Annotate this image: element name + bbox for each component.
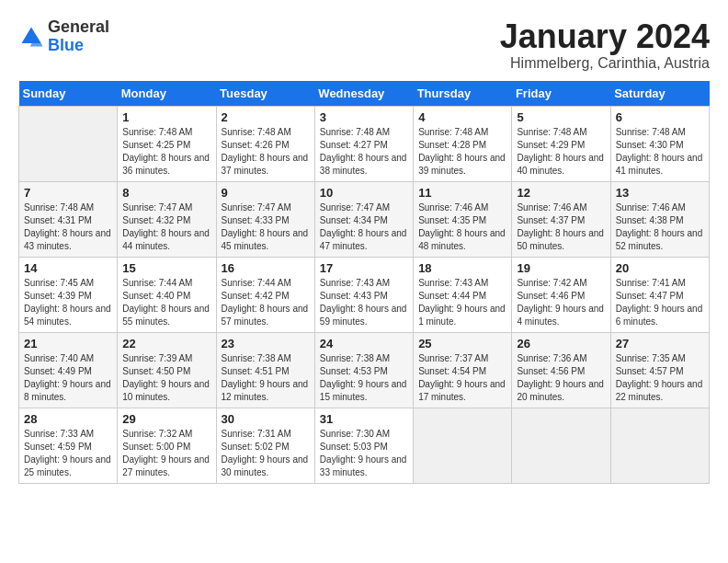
- day-number: 10: [320, 186, 408, 200]
- day-info: Sunrise: 7:35 AMSunset: 4:57 PMDaylight:…: [616, 352, 704, 404]
- day-cell: 5 Sunrise: 7:48 AMSunset: 4:29 PMDayligh…: [512, 106, 610, 181]
- day-header-wednesday: Wednesday: [314, 81, 413, 107]
- calendar-table: SundayMondayTuesdayWednesdayThursdayFrid…: [18, 81, 710, 484]
- day-info: Sunrise: 7:32 AMSunset: 5:00 PMDaylight:…: [122, 428, 210, 479]
- day-cell: 1 Sunrise: 7:48 AMSunset: 4:25 PMDayligh…: [118, 106, 216, 181]
- day-cell: 12 Sunrise: 7:46 AMSunset: 4:37 PMDaylig…: [512, 181, 610, 257]
- day-cell: 22 Sunrise: 7:39 AMSunset: 4:50 PMDaylig…: [118, 332, 216, 408]
- day-number: 28: [24, 412, 112, 426]
- day-number: 24: [320, 337, 408, 350]
- week-row-2: 7 Sunrise: 7:48 AMSunset: 4:31 PMDayligh…: [19, 181, 710, 257]
- day-number: 9: [222, 186, 310, 200]
- day-cell: [512, 408, 610, 483]
- day-info: Sunrise: 7:47 AMSunset: 4:32 PMDaylight:…: [122, 201, 210, 253]
- logo-blue: Blue: [48, 36, 84, 54]
- week-row-3: 14 Sunrise: 7:45 AMSunset: 4:39 PMDaylig…: [19, 257, 710, 332]
- day-cell: 3 Sunrise: 7:48 AMSunset: 4:27 PMDayligh…: [314, 106, 413, 181]
- week-row-1: 1 Sunrise: 7:48 AMSunset: 4:25 PMDayligh…: [19, 106, 710, 181]
- day-number: 8: [122, 186, 210, 200]
- logo-text: General Blue: [48, 18, 109, 55]
- day-info: Sunrise: 7:47 AMSunset: 4:34 PMDaylight:…: [320, 201, 408, 253]
- day-cell: 21 Sunrise: 7:40 AMSunset: 4:49 PMDaylig…: [19, 332, 118, 408]
- day-info: Sunrise: 7:38 AMSunset: 4:53 PMDaylight:…: [320, 352, 408, 404]
- day-number: 2: [222, 110, 310, 124]
- day-cell: 17 Sunrise: 7:43 AMSunset: 4:43 PMDaylig…: [314, 257, 413, 332]
- day-number: 16: [222, 261, 310, 275]
- week-row-4: 21 Sunrise: 7:40 AMSunset: 4:49 PMDaylig…: [19, 332, 710, 408]
- day-cell: 4 Sunrise: 7:48 AMSunset: 4:28 PMDayligh…: [414, 106, 512, 181]
- day-number: 29: [122, 412, 210, 426]
- day-info: Sunrise: 7:43 AMSunset: 4:43 PMDaylight:…: [320, 277, 408, 328]
- day-number: 3: [320, 110, 408, 124]
- day-cell: [19, 106, 118, 181]
- day-number: 11: [418, 186, 506, 200]
- day-number: 5: [517, 110, 605, 124]
- day-cell: 9 Sunrise: 7:47 AMSunset: 4:33 PMDayligh…: [216, 181, 314, 257]
- day-number: 21: [24, 337, 112, 350]
- location-title: Himmelberg, Carinthia, Austria: [500, 55, 710, 72]
- day-number: 13: [616, 186, 704, 200]
- day-header-thursday: Thursday: [414, 81, 512, 107]
- day-info: Sunrise: 7:42 AMSunset: 4:46 PMDaylight:…: [517, 277, 605, 328]
- day-info: Sunrise: 7:44 AMSunset: 4:40 PMDaylight:…: [122, 277, 210, 328]
- day-number: 15: [122, 261, 210, 275]
- day-header-monday: Monday: [118, 81, 216, 107]
- day-info: Sunrise: 7:44 AMSunset: 4:42 PMDaylight:…: [222, 277, 310, 328]
- day-number: 14: [24, 261, 112, 275]
- day-info: Sunrise: 7:48 AMSunset: 4:28 PMDaylight:…: [418, 126, 506, 178]
- day-cell: 19 Sunrise: 7:42 AMSunset: 4:46 PMDaylig…: [512, 257, 610, 332]
- day-number: 6: [616, 110, 704, 124]
- day-cell: 20 Sunrise: 7:41 AMSunset: 4:47 PMDaylig…: [610, 257, 709, 332]
- day-info: Sunrise: 7:46 AMSunset: 4:37 PMDaylight:…: [517, 201, 605, 253]
- day-number: 20: [616, 261, 704, 275]
- day-info: Sunrise: 7:39 AMSunset: 4:50 PMDaylight:…: [122, 352, 210, 404]
- day-cell: 31 Sunrise: 7:30 AMSunset: 5:03 PMDaylig…: [314, 408, 413, 483]
- day-info: Sunrise: 7:43 AMSunset: 4:44 PMDaylight:…: [418, 277, 506, 328]
- day-header-saturday: Saturday: [610, 81, 709, 107]
- day-info: Sunrise: 7:48 AMSunset: 4:26 PMDaylight:…: [222, 126, 310, 178]
- week-row-5: 28 Sunrise: 7:33 AMSunset: 4:59 PMDaylig…: [19, 408, 710, 483]
- day-info: Sunrise: 7:40 AMSunset: 4:49 PMDaylight:…: [24, 352, 112, 404]
- day-number: 30: [222, 412, 310, 426]
- day-info: Sunrise: 7:47 AMSunset: 4:33 PMDaylight:…: [222, 201, 310, 253]
- day-info: Sunrise: 7:45 AMSunset: 4:39 PMDaylight:…: [24, 277, 112, 328]
- day-number: 17: [320, 261, 408, 275]
- day-info: Sunrise: 7:37 AMSunset: 4:54 PMDaylight:…: [418, 352, 506, 404]
- logo: General Blue: [18, 18, 109, 55]
- day-info: Sunrise: 7:46 AMSunset: 4:35 PMDaylight:…: [418, 201, 506, 253]
- day-cell: 25 Sunrise: 7:37 AMSunset: 4:54 PMDaylig…: [414, 332, 512, 408]
- day-cell: 14 Sunrise: 7:45 AMSunset: 4:39 PMDaylig…: [19, 257, 118, 332]
- day-cell: 10 Sunrise: 7:47 AMSunset: 4:34 PMDaylig…: [314, 181, 413, 257]
- day-cell: 30 Sunrise: 7:31 AMSunset: 5:02 PMDaylig…: [216, 408, 314, 483]
- day-cell: 29 Sunrise: 7:32 AMSunset: 5:00 PMDaylig…: [118, 408, 216, 483]
- day-cell: [414, 408, 512, 483]
- day-cell: 28 Sunrise: 7:33 AMSunset: 4:59 PMDaylig…: [19, 408, 118, 483]
- logo-general: General: [48, 17, 109, 36]
- day-number: 31: [320, 412, 408, 426]
- day-info: Sunrise: 7:48 AMSunset: 4:27 PMDaylight:…: [320, 126, 408, 178]
- day-number: 1: [122, 110, 210, 124]
- day-number: 27: [616, 337, 704, 350]
- days-header-row: SundayMondayTuesdayWednesdayThursdayFrid…: [19, 81, 710, 107]
- calendar-body: 1 Sunrise: 7:48 AMSunset: 4:25 PMDayligh…: [19, 106, 710, 483]
- day-info: Sunrise: 7:41 AMSunset: 4:47 PMDaylight:…: [616, 277, 704, 328]
- day-number: 7: [24, 186, 112, 200]
- day-cell: 13 Sunrise: 7:46 AMSunset: 4:38 PMDaylig…: [610, 181, 709, 257]
- day-info: Sunrise: 7:48 AMSunset: 4:30 PMDaylight:…: [616, 126, 704, 178]
- day-info: Sunrise: 7:33 AMSunset: 4:59 PMDaylight:…: [24, 428, 112, 479]
- day-cell: 23 Sunrise: 7:38 AMSunset: 4:51 PMDaylig…: [216, 332, 314, 408]
- day-number: 26: [517, 337, 605, 350]
- day-number: 12: [517, 186, 605, 200]
- day-cell: 11 Sunrise: 7:46 AMSunset: 4:35 PMDaylig…: [414, 181, 512, 257]
- day-header-tuesday: Tuesday: [216, 81, 314, 107]
- day-cell: 27 Sunrise: 7:35 AMSunset: 4:57 PMDaylig…: [610, 332, 709, 408]
- header: General Blue January 2024 Himmelberg, Ca…: [18, 18, 710, 72]
- day-number: 22: [122, 337, 210, 350]
- title-area: January 2024 Himmelberg, Carinthia, Aust…: [500, 18, 710, 72]
- day-info: Sunrise: 7:30 AMSunset: 5:03 PMDaylight:…: [320, 428, 408, 479]
- day-cell: 8 Sunrise: 7:47 AMSunset: 4:32 PMDayligh…: [118, 181, 216, 257]
- day-cell: 24 Sunrise: 7:38 AMSunset: 4:53 PMDaylig…: [314, 332, 413, 408]
- day-number: 23: [222, 337, 310, 350]
- day-cell: 15 Sunrise: 7:44 AMSunset: 4:40 PMDaylig…: [118, 257, 216, 332]
- day-cell: 6 Sunrise: 7:48 AMSunset: 4:30 PMDayligh…: [610, 106, 709, 181]
